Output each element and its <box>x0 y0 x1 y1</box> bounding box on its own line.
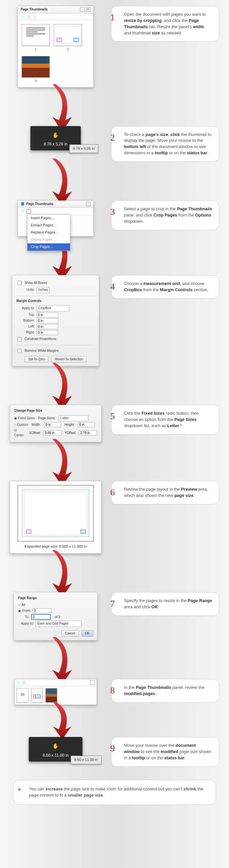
step-7-text: Specify the pages to resize in the Page … <box>118 598 212 610</box>
all-radio[interactable]: ○ All <box>18 603 93 608</box>
asterisk-icon: * <box>18 785 21 796</box>
step-4-callout: 4 Choose a measurement unit, and choose … <box>111 275 219 299</box>
step-number-3: 3 <box>110 205 115 219</box>
menu-extract-pages[interactable]: Extract Pages... <box>28 222 70 229</box>
options-dropdown-icon[interactable] <box>27 209 31 214</box>
step-3: 📘 Page Thumbnails Insert Pages... Extrac… <box>0 194 229 240</box>
left-input[interactable] <box>37 324 58 329</box>
panel-toolbar: Insert Pages... Extract Pages... Replace… <box>18 208 93 215</box>
yoffset-input[interactable] <box>79 430 97 435</box>
step-2-callout: 2 To check a page's size, click the thum… <box>111 126 219 162</box>
crop-dialog-margin-controls: Show All Boxes Units:Inches Margin Contr… <box>12 275 99 366</box>
page-range-section: Page Range ○ All ◉ From: To: of 3 Apply … <box>14 592 97 640</box>
hand-cursor-icon: ✋ <box>52 131 59 139</box>
gear-icon[interactable] <box>22 680 26 684</box>
constrain-checkbox[interactable]: Constrain Proportions <box>17 336 95 342</box>
panel-toolbar <box>15 679 97 686</box>
to-input[interactable] <box>31 614 51 620</box>
set-to-zero-button[interactable]: Set To Zero <box>25 356 49 363</box>
step-6-callout: 6 Review the page layout in the Preview … <box>111 481 219 504</box>
trash-icon[interactable] <box>32 15 36 19</box>
xoffset-input[interactable] <box>43 430 62 435</box>
bottom-input[interactable] <box>37 318 58 323</box>
thumb-2[interactable] <box>31 688 43 703</box>
step-5-callout: 5 Click the Fixed Sizes radio button, th… <box>111 405 219 435</box>
thumbnails-wide-panel <box>14 679 97 705</box>
menu-replace-pages[interactable]: Replace Pages... <box>28 229 70 236</box>
cancel-button[interactable]: Cancel <box>61 630 78 637</box>
options-menu: Insert Pages... Extract Pages... Replace… <box>27 214 70 251</box>
step-number-2: 2 <box>110 131 115 145</box>
step-4-text: Choose a measurement unit, and choose Cr… <box>118 281 212 293</box>
step-5: Change Page Size ◉ Fixed Sizes Page Size… <box>0 399 229 445</box>
collapse-icon[interactable] <box>86 202 91 206</box>
step-5-text: Click the Fixed Sizes radio button, then… <box>118 410 212 429</box>
page-icon[interactable] <box>21 15 25 19</box>
gear-icon[interactable] <box>27 15 30 19</box>
step-1-text: Open the document with pages you want to… <box>118 11 212 36</box>
fixed-sizes-radio[interactable]: ◉ Fixed Sizes <box>14 416 35 421</box>
step-1-figure: Page Thumbnails 1 <box>10 6 101 88</box>
asterisk: * <box>180 423 182 428</box>
show-all-boxes-checkbox[interactable]: Show All Boxes <box>17 280 95 286</box>
applyto-pages-select[interactable]: Even and Odd Pages <box>36 621 81 627</box>
arrow-2-3 <box>0 165 229 194</box>
page-thumbnails-panel: Page Thumbnails 1 <box>18 6 94 88</box>
page-icon[interactable] <box>21 209 25 213</box>
expanded-size-label: Expanded page size: 8.500 x 11.000 in <box>14 544 97 549</box>
menu-crop-pages[interactable]: Crop Pages... <box>28 243 70 251</box>
step-4-figure: Show All Boxes Units:Inches Margin Contr… <box>10 275 101 366</box>
step-3-callout: 3 Select a page to crop in the Page Thum… <box>111 200 219 230</box>
thumb-1[interactable] <box>17 688 29 703</box>
panel-header-controls <box>80 7 91 12</box>
revert-button[interactable]: Revert To Selection <box>51 356 87 363</box>
change-page-size-section: Change Page Size ◉ Fixed Sizes Page Size… <box>10 405 101 442</box>
units-select[interactable]: Inches <box>37 287 50 293</box>
custom-radio[interactable]: ○ Custom <box>14 423 28 428</box>
arrow-8-9 <box>0 708 229 731</box>
tooltip-size-text: 8.78 x 5.26 in <box>44 142 67 147</box>
step-number-5: 5 <box>110 410 115 423</box>
applyto-select[interactable]: CropBox <box>37 305 69 311</box>
minimize-icon[interactable] <box>80 7 85 12</box>
close-icon[interactable] <box>86 7 91 12</box>
thumbnail-2[interactable]: 2 <box>54 24 81 52</box>
panel-toolbar <box>18 13 93 20</box>
arrow-7-8 <box>0 644 229 673</box>
thumbnail-3[interactable]: 3 <box>22 56 50 83</box>
step-number-9: 9 <box>110 742 115 755</box>
close-icon[interactable] <box>90 680 95 685</box>
step-number-6: 6 <box>110 486 115 499</box>
step-3-text: Select a page to crop in the Page Thumbn… <box>118 206 212 225</box>
remove-white-checkbox[interactable]: Remove White Margins <box>17 348 95 354</box>
thumbnail-grid: 1 2 3 <box>18 20 93 87</box>
page-thumbnails-panel-options: 📘 Page Thumbnails Insert Pages... Extrac… <box>18 200 94 237</box>
step-8-figure <box>10 679 101 705</box>
menu-delete-pages: Delete Pages... <box>28 236 70 243</box>
page-sizes-select[interactable]: Letter <box>59 415 88 422</box>
footnote-text: You can increase the page size to make r… <box>22 786 207 799</box>
status-bar-size: 8.78 x 5.26 in <box>69 145 98 153</box>
step-9: ✋ 8.50 x 11.00 in 8.50 x 11.00 in 9 Move… <box>0 731 229 770</box>
ok-button[interactable]: OK <box>81 630 93 637</box>
footnote: * You can increase the page size to make… <box>13 780 216 805</box>
width-input[interactable] <box>44 422 61 427</box>
preview-page <box>22 490 89 537</box>
right-input[interactable] <box>37 330 58 335</box>
thumbnail-1[interactable]: 1 <box>22 24 50 52</box>
status-bar-size: 8.50 x 11.00 in <box>71 756 101 764</box>
step-9-callout: 9 Move your mouse over the document wind… <box>111 737 219 767</box>
thumb-3[interactable] <box>45 688 57 703</box>
arrow-5-6 <box>0 445 229 475</box>
hand-cursor-icon: ✋ <box>52 742 59 750</box>
menu-insert-pages[interactable]: Insert Pages... <box>28 215 70 222</box>
height-input[interactable] <box>78 422 95 427</box>
step-6-figure: Expanded page size: 8.500 x 11.000 in <box>10 481 101 554</box>
center-checkbox[interactable]: ☑ Center <box>14 428 27 438</box>
from-input[interactable] <box>33 608 52 613</box>
step-4: Show All Boxes Units:Inches Margin Contr… <box>0 269 229 370</box>
from-radio[interactable]: ◉ From: <box>18 609 31 614</box>
page-icon[interactable] <box>17 680 21 684</box>
step-5-figure: Change Page Size ◉ Fixed Sizes Page Size… <box>10 405 101 442</box>
top-input[interactable] <box>37 312 58 317</box>
